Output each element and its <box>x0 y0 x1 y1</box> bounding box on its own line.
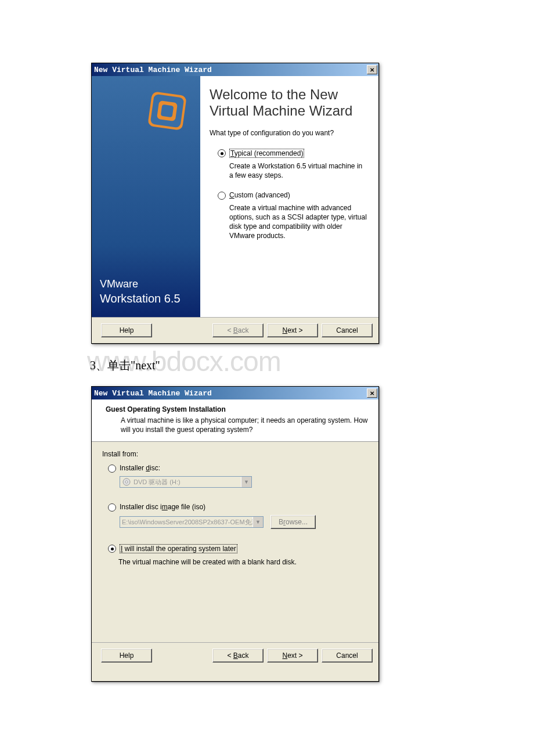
back-button[interactable]: < Back <box>212 649 264 663</box>
wizard-question: What type of configuration do you want? <box>210 129 367 137</box>
radio-control[interactable] <box>218 192 226 200</box>
doc-step-text: 3、单击"next" <box>90 358 160 373</box>
next-button[interactable]: Next > <box>267 649 318 663</box>
later-desc: The virtual machine will be created with… <box>118 558 368 566</box>
dropdown-icon: ▼ <box>241 477 251 487</box>
titlebar: New Virtual Machine Wizard ✕ <box>92 63 378 76</box>
disc-value: DVD 驱动器 (H:) <box>134 478 241 487</box>
title-text: New Virtual Machine Wizard <box>94 389 367 398</box>
vmware-logo-icon <box>144 88 190 134</box>
disc-combo: DVD 驱动器 (H:) ▼ <box>120 476 252 488</box>
wizard-dialog-2: New Virtual Machine Wizard ✕ Guest Opera… <box>91 386 379 682</box>
radio-custom-label: Custom (advanced) <box>229 191 290 199</box>
radio-typical-label: Typical (recommended) <box>229 149 304 158</box>
radio-control[interactable] <box>108 545 116 553</box>
header-title: Guest Operating System Installation <box>106 405 368 413</box>
typical-desc: Create a Workstation 6.5 virtual machine… <box>229 161 367 180</box>
svg-rect-3 <box>161 105 174 118</box>
cancel-button[interactable]: Cancel <box>322 649 373 663</box>
button-row: Help < Back Next > Cancel <box>92 642 378 668</box>
radio-custom[interactable]: Custom (advanced) <box>218 191 367 200</box>
cancel-button[interactable]: Cancel <box>322 323 373 337</box>
titlebar: New Virtual Machine Wizard ✕ <box>92 387 378 399</box>
wizard-dialog-1: New Virtual Machine Wizard ✕ VMware Work… <box>91 63 379 344</box>
radio-install-later[interactable]: I will install the operating system late… <box>108 544 368 553</box>
wizard-heading: Welcome to the New Virtual Machine Wizar… <box>210 87 367 118</box>
radio-control[interactable] <box>218 149 226 157</box>
iso-combo: E:\iso\WindowsServer2008SP2x8637-OEM免激活增… <box>120 516 264 528</box>
radio-control[interactable] <box>108 503 116 512</box>
radio-later-label: I will install the operating system late… <box>120 544 237 553</box>
close-button[interactable]: ✕ <box>367 388 377 398</box>
close-icon: ✕ <box>370 390 374 397</box>
close-icon: ✕ <box>370 67 374 73</box>
brand-line1: VMware <box>100 278 181 291</box>
close-button[interactable]: ✕ <box>367 65 377 74</box>
vmware-brand: VMware Workstation 6.5 <box>100 278 181 306</box>
radio-iso-label: Installer disc image file (iso) <box>120 503 205 511</box>
dvd-drive-icon <box>122 477 131 487</box>
radio-disc-label: Installer disc: <box>120 464 160 472</box>
radio-installer-disc[interactable]: Installer disc: <box>108 464 368 473</box>
wizard-main: Welcome to the New Virtual Machine Wizar… <box>200 76 378 318</box>
button-row: Help < Back Next > Cancel <box>92 317 378 343</box>
title-text: New Virtual Machine Wizard <box>94 66 367 74</box>
help-button[interactable]: Help <box>101 649 152 663</box>
install-from-label: Install from: <box>102 450 368 458</box>
wizard-sidebar: VMware Workstation 6.5 <box>92 76 200 318</box>
browse-button: Browse... <box>270 515 316 529</box>
custom-desc: Create a virtual machine with advanced o… <box>229 203 367 241</box>
help-button[interactable]: Help <box>101 323 152 337</box>
radio-typical[interactable]: Typical (recommended) <box>218 149 367 158</box>
svg-point-5 <box>125 481 128 483</box>
wizard-header: Guest Operating System Installation A vi… <box>92 399 378 442</box>
radio-iso[interactable]: Installer disc image file (iso) <box>108 503 368 512</box>
iso-value: E:\iso\WindowsServer2008SP2x8637-OEM免激活增… <box>122 518 252 527</box>
radio-control[interactable] <box>108 465 116 473</box>
next-button[interactable]: Next > <box>267 323 318 337</box>
back-button: < Back <box>212 323 264 337</box>
dropdown-icon: ▼ <box>252 517 263 527</box>
brand-line2: Workstation 6.5 <box>100 291 181 306</box>
wizard-panel: Install from: Installer disc: DVD 驱动器 (H… <box>92 442 378 566</box>
header-desc: A virtual machine is like a physical com… <box>121 416 368 434</box>
